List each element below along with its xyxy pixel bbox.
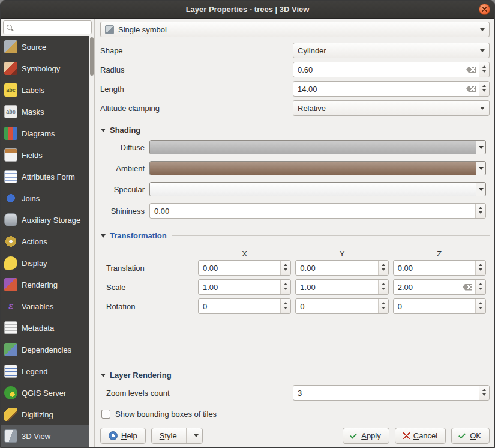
sidebar-item-qgis-server[interactable]: QGIS Server bbox=[1, 382, 89, 404]
spinner[interactable] bbox=[378, 299, 388, 313]
spin-up-icon[interactable] bbox=[281, 261, 290, 268]
sidebar-item-labels[interactable]: abc Labels bbox=[1, 79, 89, 101]
clear-icon[interactable] bbox=[466, 67, 476, 73]
spin-down-icon[interactable] bbox=[379, 287, 388, 294]
rotation-x-input[interactable]: 0 bbox=[198, 298, 291, 314]
spin-up-icon[interactable] bbox=[379, 299, 388, 306]
show-bounding-boxes-checkbox[interactable] bbox=[101, 410, 110, 419]
radius-spinner[interactable] bbox=[479, 62, 489, 77]
spinner[interactable] bbox=[479, 386, 489, 400]
scale-y-input[interactable]: 1.00 bbox=[295, 279, 388, 295]
altitude-clamping-select[interactable]: Relative bbox=[293, 100, 490, 116]
spin-down-icon[interactable] bbox=[479, 393, 489, 400]
scale-x-input[interactable]: 1.00 bbox=[198, 279, 291, 295]
spin-up-icon[interactable] bbox=[476, 204, 485, 211]
chevron-down-icon[interactable] bbox=[476, 141, 485, 154]
scrollbar-thumb[interactable] bbox=[90, 37, 94, 76]
spin-down-icon[interactable] bbox=[476, 211, 485, 218]
spinner[interactable] bbox=[280, 299, 290, 313]
collapse-triangle-icon[interactable] bbox=[101, 129, 106, 135]
spin-up-icon[interactable] bbox=[476, 299, 485, 306]
spin-down-icon[interactable] bbox=[281, 268, 290, 275]
spin-up-icon[interactable] bbox=[476, 280, 485, 287]
spin-up-icon[interactable] bbox=[476, 261, 485, 268]
sidebar-item-auxiliary-storage[interactable]: Auxiliary Storage bbox=[1, 209, 89, 231]
rotation-y-input[interactable]: 0 bbox=[295, 298, 388, 314]
sidebar-item-symbology[interactable]: Symbology bbox=[1, 58, 89, 79]
length-input[interactable]: 14.00 bbox=[293, 81, 490, 97]
ambient-color-button[interactable] bbox=[149, 161, 486, 175]
sidebar-item-3d-view[interactable]: 3D View bbox=[1, 425, 89, 447]
sidebar-item-attributes-form[interactable]: Attributes Form bbox=[1, 166, 89, 187]
title-bar[interactable]: Layer Properties - trees | 3D View bbox=[1, 1, 494, 19]
spin-down-icon[interactable] bbox=[379, 306, 388, 313]
spin-up-icon[interactable] bbox=[281, 299, 290, 306]
spin-down-icon[interactable] bbox=[281, 287, 290, 294]
spin-down-icon[interactable] bbox=[476, 287, 485, 294]
sidebar-item-actions[interactable]: Actions bbox=[1, 231, 89, 252]
search-input[interactable] bbox=[3, 20, 92, 34]
sidebar-scrollbar[interactable] bbox=[89, 36, 94, 447]
cancel-button[interactable]: Cancel bbox=[395, 428, 446, 444]
spin-up-icon[interactable] bbox=[379, 261, 388, 268]
sidebar-item-display[interactable]: Display bbox=[1, 252, 89, 274]
spin-down-icon[interactable] bbox=[281, 306, 290, 313]
shininess-spinner[interactable] bbox=[475, 204, 485, 218]
length-spinner[interactable] bbox=[479, 82, 489, 96]
shininess-input[interactable]: 0.00 bbox=[149, 203, 486, 219]
help-button[interactable]: Help bbox=[100, 428, 146, 444]
spin-up-icon[interactable] bbox=[281, 280, 290, 287]
specular-color-button[interactable] bbox=[149, 182, 486, 196]
sidebar-item-legend[interactable]: Legend bbox=[1, 360, 89, 382]
spinner[interactable] bbox=[475, 280, 485, 294]
apply-button[interactable]: Apply bbox=[343, 428, 389, 444]
shading-group-header[interactable]: Shading bbox=[100, 126, 490, 135]
chevron-down-icon[interactable] bbox=[476, 162, 485, 175]
sidebar-item-diagrams[interactable]: Diagrams bbox=[1, 123, 89, 144]
spin-down-icon[interactable] bbox=[479, 70, 489, 77]
spinner[interactable] bbox=[378, 261, 388, 275]
clear-icon[interactable] bbox=[466, 86, 476, 92]
sidebar-item-variables[interactable]: ε Variables bbox=[1, 295, 89, 317]
sidebar-item-metadata[interactable]: Metadata bbox=[1, 317, 89, 339]
spin-up-icon[interactable] bbox=[479, 82, 489, 89]
translation-x-input[interactable]: 0.00 bbox=[198, 260, 291, 276]
sidebar-item-joins[interactable]: Joins bbox=[1, 187, 89, 209]
spinner[interactable] bbox=[475, 299, 485, 313]
chevron-down-icon[interactable] bbox=[476, 183, 485, 196]
style-button[interactable]: Style bbox=[151, 428, 203, 444]
spin-up-icon[interactable] bbox=[479, 386, 489, 393]
spinner[interactable] bbox=[378, 280, 388, 294]
scale-z-input[interactable]: 2.00 bbox=[393, 279, 486, 295]
radius-input[interactable]: 0.60 bbox=[293, 62, 490, 77]
shape-select[interactable]: Cylinder bbox=[293, 43, 490, 58]
spin-down-icon[interactable] bbox=[379, 268, 388, 275]
close-button[interactable] bbox=[479, 4, 490, 15]
sidebar-item-masks[interactable]: abc Masks bbox=[1, 101, 89, 123]
spin-down-icon[interactable] bbox=[476, 306, 485, 313]
clear-icon[interactable] bbox=[463, 284, 472, 291]
spinner[interactable] bbox=[475, 261, 485, 275]
sidebar-item-source[interactable]: Source bbox=[1, 36, 89, 58]
transformation-group-header[interactable]: Transformation bbox=[100, 231, 490, 240]
spin-down-icon[interactable] bbox=[476, 268, 485, 275]
translation-y-input[interactable]: 0.00 bbox=[295, 260, 388, 276]
zoom-levels-input[interactable]: 3 bbox=[293, 385, 490, 401]
spin-down-icon[interactable] bbox=[479, 89, 489, 96]
collapse-triangle-icon[interactable] bbox=[101, 374, 106, 380]
sidebar-item-digitizing[interactable]: Digitizing bbox=[1, 404, 89, 425]
spinner[interactable] bbox=[280, 261, 290, 275]
ok-button[interactable]: OK bbox=[451, 428, 490, 444]
translation-z-input[interactable]: 0.00 bbox=[393, 260, 486, 276]
spinner[interactable] bbox=[280, 280, 290, 294]
symbol-type-select[interactable]: Single symbol bbox=[100, 22, 490, 37]
sidebar-item-dependencies[interactable]: Dependencies bbox=[1, 339, 89, 360]
chevron-down-icon[interactable] bbox=[194, 434, 199, 440]
collapse-triangle-icon[interactable] bbox=[101, 234, 106, 240]
sidebar-item-rendering[interactable]: Rendering bbox=[1, 274, 89, 295]
spin-up-icon[interactable] bbox=[479, 62, 489, 70]
spin-up-icon[interactable] bbox=[379, 280, 388, 287]
rotation-z-input[interactable]: 0 bbox=[393, 298, 486, 314]
layer-rendering-group-header[interactable]: Layer Rendering bbox=[100, 371, 490, 380]
sidebar-item-fields[interactable]: Fields bbox=[1, 144, 89, 166]
